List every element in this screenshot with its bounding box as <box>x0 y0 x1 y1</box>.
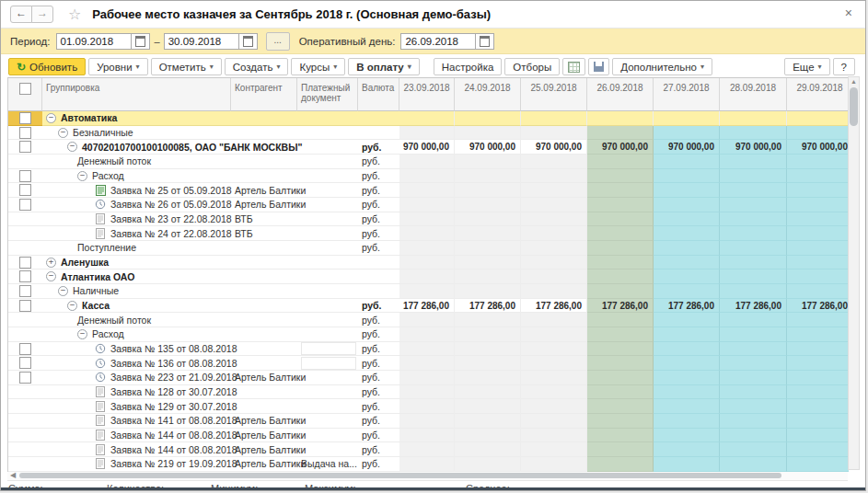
amount-cell-date-2[interactable] <box>521 226 587 241</box>
payment-document-cell[interactable] <box>297 241 358 256</box>
amount-cell-date-0[interactable]: 177 286,00 <box>399 299 455 314</box>
amount-cell-date-2[interactable] <box>521 126 587 141</box>
column-header-date-3[interactable]: 26.09.2018 <box>587 78 654 111</box>
amount-cell-date-1[interactable] <box>455 256 521 270</box>
payment-document-cell[interactable] <box>297 183 358 198</box>
table-row[interactable]: Заявка № 141 от 08.08.2018Артель Балтики… <box>8 414 849 429</box>
amount-cell-date-5[interactable]: 177 286,00 <box>720 299 787 314</box>
grouping-cell[interactable]: Заявка № 26 от 05.09.2018 <box>42 198 231 212</box>
в оплату-button[interactable]: В оплату▾ <box>348 58 420 75</box>
column-header-date-2[interactable]: 25.09.2018 <box>521 78 587 111</box>
scroll-up-icon[interactable]: ▲ <box>851 77 857 86</box>
currency-cell[interactable] <box>358 126 399 141</box>
grouping-cell[interactable]: Заявка № 144 от 08.08.2018 <box>42 442 231 457</box>
collapse-node-icon[interactable]: − <box>58 128 68 138</box>
expand-node-icon[interactable]: + <box>46 258 56 268</box>
payment-document-cell[interactable] <box>297 198 358 212</box>
amount-cell-date-4[interactable] <box>654 198 720 212</box>
amount-cell-date-6[interactable] <box>787 111 849 126</box>
collapse-node-icon[interactable]: − <box>46 113 56 123</box>
amount-cell-date-5[interactable] <box>720 212 787 227</box>
amount-cell-date-0[interactable]: 970 000,00 <box>399 140 455 155</box>
grouping-cell[interactable]: Заявка № 223 от 21.09.2018 <box>42 371 231 385</box>
amount-cell-date-0[interactable] <box>399 126 455 141</box>
row-checkbox[interactable] <box>19 372 31 384</box>
amount-cell-date-6[interactable] <box>787 371 849 385</box>
amount-cell-date-0[interactable] <box>399 269 455 284</box>
amount-cell-date-0[interactable] <box>399 327 455 342</box>
amount-cell-date-2[interactable] <box>521 284 587 299</box>
amount-cell-date-6[interactable] <box>787 327 849 342</box>
amount-cell-date-4[interactable] <box>654 399 720 414</box>
amount-cell-date-3[interactable]: 177 286,00 <box>587 299 654 314</box>
close-icon[interactable]: × <box>845 6 852 19</box>
amount-cell-date-5[interactable] <box>720 226 787 241</box>
amount-cell-date-5[interactable] <box>720 284 787 299</box>
amount-cell-date-5[interactable] <box>720 269 787 284</box>
amount-cell-date-2[interactable] <box>521 327 587 342</box>
amount-cell-date-2[interactable] <box>521 399 587 414</box>
amount-cell-date-5[interactable] <box>720 313 787 327</box>
amount-cell-date-0[interactable] <box>399 442 455 457</box>
payment-document-cell[interactable] <box>297 356 358 371</box>
amount-cell-date-5[interactable] <box>720 342 787 357</box>
amount-cell-date-3[interactable] <box>587 111 654 126</box>
contractor-cell[interactable] <box>231 356 297 371</box>
amount-cell-date-5[interactable] <box>720 169 787 184</box>
amount-cell-date-6[interactable] <box>787 313 849 327</box>
amount-cell-date-6[interactable] <box>787 429 849 443</box>
amount-cell-date-3[interactable]: 970 000,00 <box>587 140 654 155</box>
amount-cell-date-1[interactable] <box>455 442 521 457</box>
amount-cell-date-4[interactable] <box>654 429 720 443</box>
amount-cell-date-3[interactable] <box>587 183 654 198</box>
amount-cell-date-4[interactable] <box>654 241 720 256</box>
table-row[interactable]: −40702010700100100085, ОАО "БАНК МОСКВЫ"… <box>8 140 849 155</box>
amount-cell-date-3[interactable] <box>587 342 654 357</box>
amount-cell-date-1[interactable] <box>455 226 521 241</box>
period-more-button[interactable]: ... <box>266 32 290 51</box>
currency-cell[interactable]: руб. <box>358 356 399 371</box>
table-row[interactable]: Заявка № 135 от 08.08.2018руб. <box>8 342 849 357</box>
period-to-input[interactable]: 30.09.2018 <box>164 33 239 50</box>
period-from-input[interactable]: 01.09.2018 <box>56 33 132 50</box>
amount-cell-date-6[interactable] <box>787 183 849 198</box>
grouping-cell[interactable]: Заявка № 219 от 19.09.2018 <box>42 457 231 472</box>
amount-cell-date-1[interactable] <box>455 457 521 472</box>
amount-cell-date-5[interactable] <box>720 399 787 414</box>
amount-cell-date-4[interactable] <box>654 313 720 327</box>
payment-document-cell[interactable]: Выдача на... <box>297 457 358 472</box>
amount-cell-date-3[interactable] <box>587 198 654 212</box>
amount-cell-date-6[interactable] <box>787 198 849 212</box>
amount-cell-date-2[interactable] <box>521 212 587 227</box>
table-row[interactable]: Заявка № 23 от 22.08.2018ВТБруб. <box>8 212 849 227</box>
amount-cell-date-6[interactable] <box>787 284 849 299</box>
amount-cell-date-2[interactable] <box>521 414 587 429</box>
currency-cell[interactable]: руб. <box>358 313 399 327</box>
amount-cell-date-2[interactable] <box>521 256 587 270</box>
scroll-left-icon[interactable]: ◀ <box>10 472 16 479</box>
amount-cell-date-6[interactable] <box>787 241 849 256</box>
currency-cell[interactable]: руб. <box>358 183 399 198</box>
payment-document-cell[interactable] <box>297 399 358 414</box>
amount-cell-date-2[interactable] <box>521 429 587 443</box>
grouping-cell[interactable]: −40702010700100100085, ОАО "БАНК МОСКВЫ" <box>42 140 231 155</box>
payment-document-cell[interactable] <box>297 212 358 227</box>
row-checkbox[interactable] <box>19 141 31 153</box>
amount-cell-date-2[interactable]: 177 286,00 <box>521 299 587 314</box>
grouping-cell[interactable]: Заявка № 23 от 22.08.2018 <box>42 212 231 227</box>
amount-cell-date-1[interactable] <box>455 126 521 141</box>
table-row[interactable]: Заявка № 136 от 08.08.2018руб. <box>8 356 849 371</box>
currency-cell[interactable] <box>358 269 399 284</box>
amount-cell-date-3[interactable] <box>587 212 654 227</box>
amount-cell-date-1[interactable] <box>455 169 521 184</box>
amount-cell-date-6[interactable]: 177 286,00 <box>787 299 849 314</box>
amount-cell-date-3[interactable] <box>587 414 654 429</box>
amount-cell-date-0[interactable] <box>399 356 455 371</box>
table-row[interactable]: Поступлениеруб. <box>8 241 849 256</box>
row-checkbox[interactable] <box>19 170 31 182</box>
contractor-cell[interactable] <box>231 269 297 284</box>
vertical-scrollbar-thumb[interactable] <box>850 87 858 126</box>
contractor-cell[interactable] <box>231 169 297 184</box>
amount-cell-date-0[interactable] <box>399 256 455 270</box>
grouping-cell[interactable]: −Автоматика <box>42 111 231 126</box>
